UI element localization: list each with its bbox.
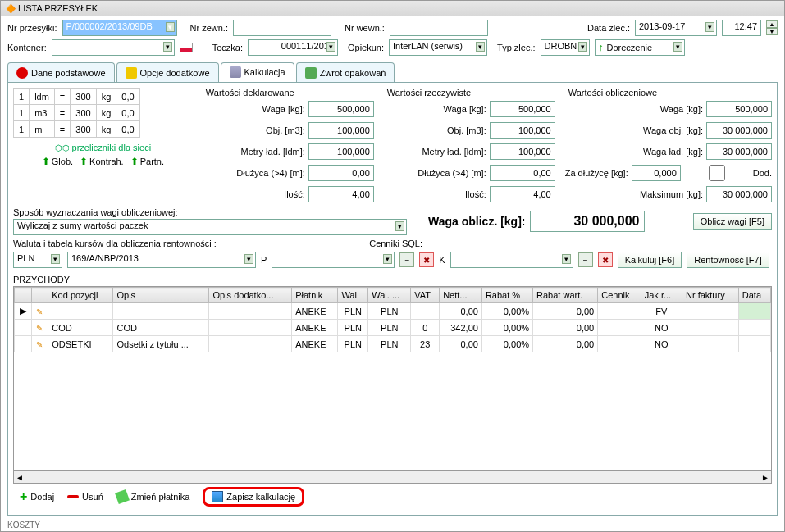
oblicz-zadluz-input[interactable] [632,165,681,181]
rzecz-dluz-input[interactable] [490,165,555,181]
grid-header[interactable]: Data [738,288,770,303]
cennik-p-select[interactable] [272,252,395,268]
typ-zlec-input[interactable]: DROBN [541,39,590,56]
conv-cell[interactable]: 0,0 [116,105,139,121]
conv-cell[interactable]: 300 [71,89,96,105]
conv-cell[interactable]: 300 [71,121,96,138]
usun-button[interactable]: Usuń [67,492,103,502]
conv-cell[interactable]: 0,0 [116,121,139,138]
data-zlec-input[interactable]: 2013-09-17 [635,20,717,36]
tab-kalkulacja[interactable]: Kalkulacja [221,62,294,82]
p-label: P [261,255,267,265]
grid-header[interactable]: Nr faktury [682,288,738,303]
table-row[interactable]: ▶✎ANEKEPLNPLN0,000,00%0,00FV [15,303,771,320]
zmien-platnika-button[interactable]: Zmień płatnika [116,491,190,502]
conv-cell[interactable]: ldm [30,89,55,105]
doreczenie-input[interactable]: ↑Doreczenie [595,39,685,56]
kontrah-button[interactable]: ⬆Kontrah. [80,156,124,167]
grid-header[interactable] [31,288,48,303]
tab-opcje-dodatkowe[interactable]: Opcje dodatkowe [116,62,219,82]
k-clear-button[interactable]: ✖ [598,252,613,267]
przychody-grid[interactable]: Kod pozycjiOpisOpis dodatko...PłatnikWal… [14,287,771,352]
grid-header[interactable]: Kod pozycji [48,288,113,303]
dekl-waga-input[interactable] [308,101,374,117]
przeliczniki-link[interactable]: ⬡⬡ przeliczniki dla sieci [55,143,151,152]
oblicz-wagalad-input[interactable] [706,143,772,160]
grid-header[interactable]: Rabat wart. [533,288,598,303]
grid-header[interactable] [15,288,32,303]
conv-cell[interactable]: m [30,121,55,138]
time-spinner[interactable]: ▲▼ [766,20,778,35]
glob-button[interactable]: ⬆Glob. [42,156,73,167]
teczka-input[interactable]: 000111/2013 [248,39,338,56]
conv-cell[interactable]: = [54,89,70,105]
grid-header[interactable]: Płatnik [292,288,338,303]
nr-wewn-label: Nr wewn.: [345,23,385,33]
dekl-ilosc-input[interactable] [308,186,374,202]
oblicz-wagaobj-input[interactable] [706,122,772,139]
p-minus-button[interactable]: − [399,252,414,267]
grid-header[interactable]: Rabat % [481,288,532,303]
conv-cell[interactable]: 1 [14,121,30,138]
table-row[interactable]: ✎CODCODANEKEPLNPLN0342,000,00%0,00NO [15,320,771,336]
rzecz-ilosc-input[interactable] [490,186,555,202]
nr-przesylki-input[interactable]: P/000002/2013/09DB [62,20,177,36]
waluta-select[interactable]: PLN [13,252,62,268]
waga-oblicz-input[interactable] [530,211,645,232]
nr-zewn-input[interactable] [233,20,331,36]
conv-cell[interactable]: kg [96,121,116,138]
oblicz-max-input[interactable] [706,186,772,202]
horizontal-scrollbar[interactable]: ◄► [13,471,772,484]
conv-cell[interactable]: m3 [30,105,55,121]
tab-dane-podstawowe[interactable]: Dane podstawowe [7,62,115,82]
oblicz-waga-input[interactable] [706,101,772,117]
conv-cell[interactable]: = [54,121,70,138]
grid-header[interactable]: Opis dodatko... [209,288,292,303]
grid-header[interactable]: Jak r... [641,288,682,303]
dekl-metry-input[interactable] [308,143,374,160]
przychody-label: PRZYCHODY [13,275,772,284]
edit-row-icon[interactable]: ✎ [36,307,43,316]
conv-cell[interactable]: 1 [14,105,30,121]
kalkuluj-button[interactable]: Kalkuluj [F6] [618,252,682,268]
nr-wewn-input[interactable] [390,20,488,36]
partn-button[interactable]: ⬆Partn. [130,156,164,167]
conv-cell[interactable]: kg [96,105,116,121]
oblicz-wagi-button[interactable]: Oblicz wagi [F5] [693,213,772,230]
rzecz-metry-input[interactable] [490,143,555,160]
time-input[interactable]: 12:47 [722,20,761,36]
conv-cell[interactable]: 0,0 [116,89,139,105]
grid-header[interactable]: Wal [338,288,368,303]
rzecz-waga-input[interactable] [490,101,555,117]
p-clear-button[interactable]: ✖ [419,252,434,267]
k-minus-button[interactable]: − [578,252,593,267]
conv-cell[interactable]: 300 [71,105,96,121]
grid-header[interactable]: VAT [411,288,440,303]
conv-cell[interactable]: kg [96,89,116,105]
opiekun-input[interactable]: InterLAN (serwis) [389,39,487,56]
cennik-k-select[interactable] [450,252,573,268]
edit-icon [115,489,130,504]
tab-zwrot-opakowan[interactable]: Zwrot opakowań [296,62,395,82]
grid-header[interactable]: Wal. ... [368,288,411,303]
dekl-obj-input[interactable] [308,122,374,139]
grid-header[interactable]: Opis [113,288,209,303]
zapisz-kalkulacje-button[interactable]: Zapisz kalkulację [203,487,304,507]
grid-header[interactable]: Nett... [440,288,482,303]
conv-cell[interactable]: 1 [14,89,30,105]
kontener-input[interactable] [52,39,175,56]
sposob-select[interactable]: Wyliczaj z sumy wartości paczek [13,219,407,235]
edit-row-icon[interactable]: ✎ [36,340,43,349]
dodaj-button[interactable]: +Dodaj [20,489,54,504]
table-row[interactable]: ✎ODSETKIOdsetki z tytułu ...ANEKEPLNPLN2… [15,336,771,352]
edit-row-icon[interactable]: ✎ [36,324,43,333]
grid-header[interactable]: Cennik [598,288,641,303]
rentownosc-button[interactable]: Rentowność [F7] [687,252,769,268]
tabela-select[interactable]: 169/A/NBP/2013 [67,252,256,268]
k-label: K [439,255,445,265]
dekl-dluz-input[interactable] [308,165,374,181]
nr-zewn-label: Nr zewn.: [190,23,228,33]
conv-cell[interactable]: = [54,105,70,121]
dod-checkbox[interactable] [684,165,750,181]
rzecz-obj-input[interactable] [490,122,555,139]
